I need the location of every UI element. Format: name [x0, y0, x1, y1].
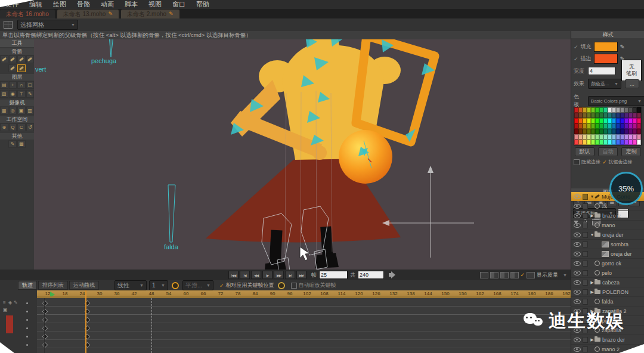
palette-swatch[interactable]	[599, 123, 603, 129]
smoothing-dropdown[interactable]: 平滑...▼	[182, 280, 213, 290]
transport-button[interactable]: ◀◀	[251, 271, 261, 279]
palette-swatch[interactable]	[578, 140, 583, 145]
palette-swatch[interactable]	[595, 123, 599, 129]
palette-swatch[interactable]	[574, 107, 578, 113]
menu-item-动画[interactable]: 动画	[95, 0, 119, 9]
falda-bone[interactable]	[168, 185, 175, 242]
tool-button[interactable]: ∩	[17, 81, 26, 89]
layer-row[interactable]: ▶brazo iz	[571, 211, 644, 221]
palette-swatch[interactable]	[616, 113, 620, 118]
palette-swatch[interactable]	[628, 123, 633, 129]
layer-checkbox[interactable]	[583, 280, 588, 286]
audio-icon[interactable]	[389, 273, 392, 277]
tool-button[interactable]: ✎	[8, 140, 17, 148]
layout-single-icon[interactable]	[480, 272, 488, 278]
palette-swatch[interactable]	[608, 107, 612, 113]
pechuga-bone[interactable]	[109, 39, 113, 57]
palette-swatch[interactable]	[574, 134, 578, 140]
palette-swatch[interactable]	[583, 118, 587, 123]
visibility-eye-icon[interactable]	[574, 194, 581, 199]
palette-swatch[interactable]	[578, 129, 583, 134]
palette-swatch[interactable]	[599, 134, 603, 140]
palette-swatch[interactable]	[628, 129, 633, 134]
palette-swatch[interactable]	[620, 140, 624, 145]
cycle-count-dropdown[interactable]: 1▼	[149, 280, 168, 290]
menu-item-绘图[interactable]: 绘图	[48, 0, 72, 9]
tool-button[interactable]: ▤	[0, 81, 8, 89]
palette-swatch[interactable]	[578, 123, 583, 129]
palette-swatch[interactable]	[603, 113, 608, 118]
swatch-button-2[interactable]: 定制	[621, 147, 641, 156]
palette-swatch[interactable]	[608, 129, 612, 134]
stroke-checkbox[interactable]: ✓	[574, 56, 578, 62]
palette-swatch[interactable]	[624, 123, 628, 129]
palette-swatch[interactable]	[624, 140, 628, 145]
palette-swatch[interactable]	[608, 140, 612, 145]
layer-checkbox[interactable]	[583, 213, 588, 219]
palette-swatch[interactable]	[637, 123, 641, 129]
palette-swatch[interactable]	[578, 118, 583, 123]
layer-checkbox[interactable]	[583, 346, 588, 352]
document-tab[interactable]: 未命名 2.moho✎	[121, 10, 179, 18]
palette-swatch[interactable]	[624, 113, 628, 118]
keyframe-diamond[interactable]	[42, 342, 48, 348]
expand-arrow-icon[interactable]: ▼	[590, 233, 595, 237]
palette-swatch[interactable]	[612, 134, 616, 140]
palette-swatch[interactable]	[612, 123, 616, 129]
timeline-tab-0[interactable]: 轨道	[18, 281, 37, 290]
bone-tool-button[interactable]	[17, 64, 26, 72]
palette-swatch[interactable]	[628, 140, 633, 145]
palette-swatch[interactable]	[574, 140, 578, 145]
bone-tool-button[interactable]	[0, 55, 8, 63]
palette-swatch[interactable]	[587, 140, 591, 145]
visibility-eye-icon[interactable]	[574, 252, 581, 256]
layer-row[interactable]: pelo	[571, 268, 644, 278]
palette-swatch[interactable]	[616, 134, 620, 140]
tool-button[interactable]: ▧	[0, 90, 8, 98]
effect-more-button[interactable]: ...	[625, 79, 639, 88]
palette-swatch[interactable]	[587, 123, 591, 129]
visibility-eye-icon[interactable]	[574, 299, 581, 304]
palette-swatch[interactable]	[574, 123, 578, 129]
tool-button[interactable]: ↺	[26, 123, 35, 131]
palette-swatch[interactable]	[587, 107, 591, 113]
no-brush-button[interactable]: 无笔刷	[621, 60, 642, 81]
eyedropper-icon[interactable]: ✎	[620, 44, 625, 50]
palette-swatch[interactable]	[574, 118, 578, 123]
palette-swatch[interactable]	[620, 129, 624, 134]
palette-swatch[interactable]	[637, 134, 641, 140]
palette-swatch[interactable]	[603, 129, 608, 134]
palette-swatch[interactable]	[628, 113, 633, 118]
palette-swatch[interactable]	[612, 118, 616, 123]
palette-swatch[interactable]	[583, 107, 587, 113]
quality-checkbox[interactable]: ✓	[521, 272, 525, 278]
layer-checkbox[interactable]	[583, 203, 588, 209]
palette-swatch[interactable]	[595, 118, 599, 123]
transport-button[interactable]: ▶▶|	[296, 271, 306, 279]
document-tab[interactable]: 未命名 13.moho✎	[57, 10, 119, 18]
palette-swatch[interactable]	[620, 107, 624, 113]
layer-checkbox[interactable]	[583, 289, 588, 295]
expand-arrow-icon[interactable]: ▼	[590, 194, 595, 199]
palette-swatch[interactable]	[612, 140, 616, 145]
palette-swatch[interactable]	[595, 129, 599, 134]
palette-swatch[interactable]	[574, 113, 578, 118]
expand-arrow-icon[interactable]: ▶	[590, 337, 595, 342]
layer-checkbox[interactable]	[583, 251, 588, 257]
tool-button[interactable]: C	[17, 123, 26, 131]
visibility-eye-icon[interactable]	[574, 337, 581, 342]
palette-swatch[interactable]	[595, 107, 599, 113]
fill-color-swatch[interactable]	[594, 42, 618, 52]
palette-swatch[interactable]	[637, 118, 641, 123]
menu-item-骨骼[interactable]: 骨骼	[72, 0, 95, 9]
palette-swatch[interactable]	[595, 134, 599, 140]
keyframe-tracks[interactable]	[37, 298, 571, 353]
document-tab[interactable]: 未命名 16.moho	[0, 10, 55, 18]
keyframe-diamond[interactable]	[42, 301, 48, 306]
palette-swatch[interactable]	[624, 134, 628, 140]
frame-icon[interactable]	[527, 272, 535, 278]
tool-button[interactable]: +	[9, 81, 17, 89]
transport-button[interactable]: ▶▶	[274, 271, 284, 279]
palette-swatch[interactable]	[578, 107, 583, 113]
tool-button[interactable]: Q	[9, 123, 17, 131]
